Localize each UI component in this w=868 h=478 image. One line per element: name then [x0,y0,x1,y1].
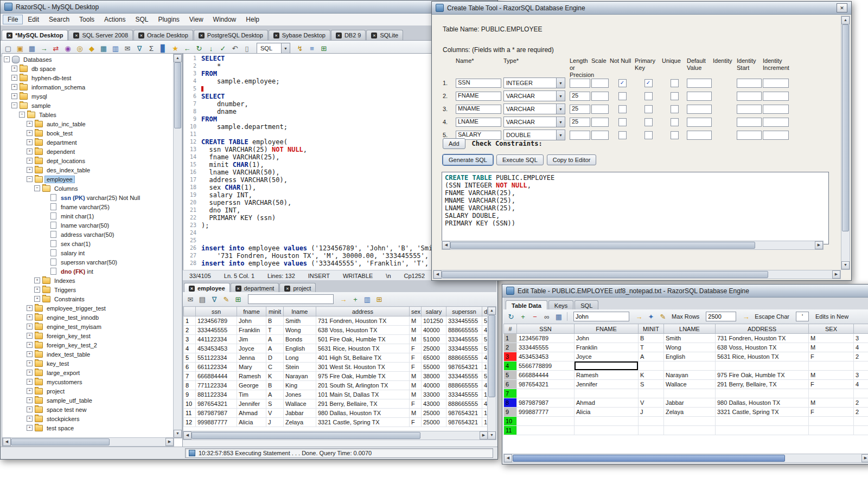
cell[interactable] [664,417,716,426]
add-grid-icon[interactable]: ⊞ [318,43,329,54]
scroll-right-icon[interactable] [480,431,488,440]
tree-item-db-space[interactable]: +db space [2,64,174,73]
menu-view[interactable]: View [184,15,208,24]
cell[interactable]: 453453453 [196,344,237,353]
cell[interactable] [517,426,575,435]
cell[interactable]: 987987987 [517,398,575,408]
cell[interactable]: 25000 [422,344,446,353]
cell[interactable]: A [266,344,284,353]
cell[interactable]: Zelaya [664,408,716,417]
close-tab-icon[interactable] [371,33,377,38]
cell[interactable]: Jennifer [237,399,266,409]
find-go-icon[interactable]: → [338,294,349,305]
default-value-input[interactable] [687,79,712,88]
cell[interactable] [809,389,854,398]
row-number[interactable]: 5 [504,371,517,380]
cell[interactable]: A [266,390,284,399]
primary-key-checkbox[interactable] [644,118,653,126]
cell[interactable]: F [410,363,422,372]
scrollbar-thumb[interactable] [488,315,495,397]
identity-increment-input[interactable] [763,92,789,101]
cell[interactable] [854,417,868,426]
cell[interactable]: 333445555 [446,344,482,353]
close-tab-icon[interactable] [189,286,195,292]
tree-toggle-icon[interactable]: + [27,425,33,431]
tree-item-lname-varchar-50[interactable]: lname varchar(50) [2,221,174,230]
sql-horizontal-scrollbar[interactable] [442,241,824,250]
cell[interactable]: S [639,380,664,389]
cell[interactable]: 333445555 [196,326,237,335]
cell[interactable] [639,426,664,435]
cell[interactable] [575,417,639,426]
scroll-up-icon[interactable] [841,16,850,24]
cell[interactable]: 2 [854,398,868,408]
row-number[interactable]: 6 [504,380,517,389]
cell[interactable]: T [639,343,664,352]
cell[interactable]: 55000 [422,363,446,372]
cell[interactable] [854,426,868,435]
scale-input[interactable] [591,92,609,101]
edit-pencil-icon[interactable]: ✎ [658,311,668,322]
document-icon[interactable]: ▯ [241,43,252,54]
cell[interactable]: Franklin [237,326,266,335]
scroll-right-icon[interactable] [815,241,823,249]
column-name-input[interactable]: LNAME [456,118,501,127]
cell[interactable] [854,389,868,398]
tree-item-space-test-new[interactable]: +space test new [2,405,174,414]
scroll-left-icon[interactable] [442,241,450,249]
export-icon[interactable]: ✉ [122,43,133,54]
unique-checkbox[interactable] [671,79,679,87]
chart-icon[interactable]: ▊ [158,43,169,54]
column-header[interactable] [184,307,196,316]
tab-mysql-desktop[interactable]: *MySQL Desktop [2,30,68,40]
tree-item-stockpickers[interactable]: +stockpickers [2,414,174,423]
close-icon[interactable] [837,3,847,12]
gold-nugget-icon[interactable]: ◆ [86,43,97,54]
down-arrow-icon[interactable]: ↓ [206,43,216,54]
unique-checkbox[interactable] [671,105,679,113]
cell[interactable] [664,389,716,398]
scrollbar-thumb[interactable] [442,271,768,278]
cell[interactable]: 980 Dallas, Houston TX [316,409,410,418]
length-input[interactable]: 25 [570,118,590,127]
cell[interactable] [575,361,639,371]
scroll-left-icon[interactable] [433,270,442,279]
column-header[interactable]: ADDRESS [716,324,809,334]
close-tab-icon[interactable] [235,286,241,292]
cell[interactable]: 51000 [422,335,446,344]
menu-sql[interactable]: SQL [130,15,153,24]
cell[interactable]: 3321 Castle, Spring TX [716,408,809,417]
row-number[interactable]: 3 [184,335,196,344]
tree-item-ssn-pk-varchar-25-not-null[interactable]: ssn (PK) varchar(25) Not Null [2,193,174,202]
column-name-input[interactable]: FNAME [456,92,501,101]
cell[interactable]: 551122334 [196,353,237,363]
tree-item-databases[interactable]: −Databases [2,55,174,64]
cell[interactable] [517,389,575,398]
tree-toggle-icon[interactable]: + [27,314,33,320]
pin-icon[interactable]: ✦ [646,311,656,322]
cell[interactable]: B [639,334,664,343]
insert-row-icon[interactable]: ⊞ [233,294,244,305]
tree-toggle-icon[interactable]: − [4,56,10,62]
window-vertical-scrollbar[interactable] [841,16,850,270]
tree-item-employee-trigger-test[interactable]: +employee_trigger_test [2,303,174,313]
scale-input[interactable] [591,131,609,140]
column-type-select[interactable]: VARCHAR [503,104,565,114]
cell[interactable]: 333445555 [517,343,575,352]
column-header[interactable]: MINIT [639,324,664,334]
scrollbar-thumb[interactable] [174,62,181,128]
column-header[interactable]: lname [284,307,316,316]
cell[interactable]: Jabbar [664,398,716,408]
cell[interactable]: 3321 Castle, Spring TX [316,418,410,427]
new-file-icon[interactable]: ▢ [3,43,14,54]
list-icon[interactable]: ≡ [307,43,317,54]
cell[interactable]: 333445555 [446,316,482,326]
column-header[interactable]: fname [237,307,266,316]
cell[interactable]: 291 Berry, Bellaire, TX [716,380,809,389]
tree-item-sample[interactable]: −sample [2,101,174,110]
cell[interactable]: Ramesh [237,372,266,381]
row-number[interactable]: 8 [184,381,196,390]
row-number[interactable]: 10 [504,417,517,426]
cell[interactable]: King [284,381,316,390]
cell[interactable]: M [809,371,854,380]
